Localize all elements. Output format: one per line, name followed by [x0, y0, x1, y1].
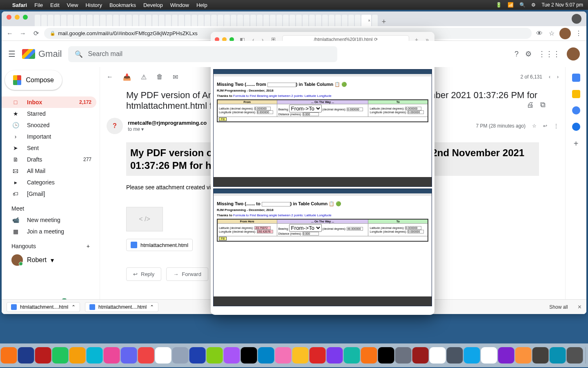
browser-tab[interactable]: [159, 15, 165, 26]
download-item[interactable]: htmlattachment....html ⌃: [85, 302, 158, 312]
browser-tab[interactable]: [348, 15, 354, 26]
close-downloads-icon[interactable]: ×: [578, 303, 581, 311]
reload-button[interactable]: ⟳: [31, 29, 41, 37]
sidebar-item-categories[interactable]: ▸Categories: [2, 177, 96, 188]
menu-file[interactable]: File: [34, 2, 43, 8]
menu-help[interactable]: Help: [196, 2, 207, 8]
chevron-up-icon[interactable]: ⌃: [150, 304, 154, 310]
browser-tab[interactable]: [218, 15, 223, 26]
user-avatar-icon[interactable]: [559, 28, 571, 39]
browser-tab[interactable]: [257, 15, 263, 26]
tasks-icon[interactable]: [572, 106, 580, 114]
browser-tab[interactable]: [263, 15, 269, 26]
browser-tab[interactable]: [133, 15, 138, 26]
add-addon-icon[interactable]: +: [572, 139, 580, 147]
menu-view[interactable]: View: [67, 2, 78, 8]
search-mail[interactable]: 🔍 Search mail: [68, 46, 337, 62]
to-input[interactable]: [262, 202, 290, 206]
browser-tab[interactable]: [322, 15, 328, 26]
browser-tab[interactable]: [126, 15, 132, 26]
browser-tab[interactable]: [205, 15, 210, 26]
fill-button[interactable]: Fill: [219, 237, 227, 240]
browser-tab[interactable]: [146, 15, 151, 26]
menu-history[interactable]: History: [85, 2, 102, 8]
archive-icon[interactable]: 📥: [123, 73, 131, 81]
menu-window[interactable]: Window: [170, 2, 189, 8]
browser-tab[interactable]: [198, 15, 204, 26]
dock-app-icon[interactable]: [447, 347, 463, 364]
dock-app-icon[interactable]: [69, 347, 86, 364]
fill-button[interactable]: Fill: [219, 117, 227, 121]
sidebar-item-drafts[interactable]: 🗎Drafts277: [2, 154, 96, 165]
support-icon[interactable]: ?: [514, 50, 519, 58]
show-all-downloads[interactable]: Show all: [549, 304, 568, 310]
open-new-icon[interactable]: ⧉: [540, 101, 546, 109]
sidebar-item-starred[interactable]: ★Starred: [2, 108, 96, 119]
browser-tab[interactable]: [178, 15, 184, 26]
contacts-icon[interactable]: [572, 123, 580, 131]
dock-app-icon[interactable]: [550, 347, 566, 364]
apps-grid-icon[interactable]: ⋮⋮⋮: [538, 49, 560, 58]
dock-app-icon[interactable]: [207, 347, 223, 364]
menu-edit[interactable]: Edit: [50, 2, 59, 8]
browser-tab[interactable]: [54, 15, 60, 26]
dock-app-icon[interactable]: [532, 347, 549, 364]
hangout-user[interactable]: Robert ▾: [2, 252, 100, 268]
attachment-preview-box[interactable]: < />: [126, 207, 163, 231]
browser-tab[interactable]: [231, 15, 236, 26]
dock-app-icon[interactable]: [35, 347, 51, 364]
dock-app-icon[interactable]: [121, 347, 137, 364]
browser-tab[interactable]: [361, 15, 371, 26]
browser-tab[interactable]: [48, 15, 53, 26]
print-icon[interactable]: 🖨: [527, 101, 534, 109]
dock-app-icon[interactable]: [241, 347, 257, 364]
minimize-window-button[interactable]: [15, 15, 20, 20]
spam-icon[interactable]: ⚠: [141, 73, 147, 81]
dock-app-icon[interactable]: [412, 347, 429, 364]
browser-tab[interactable]: [329, 15, 334, 26]
browser-tab[interactable]: [80, 15, 86, 26]
dock-app-icon[interactable]: [138, 347, 154, 364]
reply-icon[interactable]: ↩: [543, 123, 547, 129]
browser-tab[interactable]: [224, 15, 230, 26]
browser-tab[interactable]: [237, 15, 243, 26]
dock-app-icon[interactable]: [430, 347, 446, 364]
maximize-window-button[interactable]: [23, 15, 28, 20]
app-name[interactable]: Safari: [12, 2, 27, 8]
dock-app-icon[interactable]: [515, 347, 532, 364]
dock-app-icon[interactable]: [344, 347, 360, 364]
dock-app-icon[interactable]: [378, 347, 394, 364]
sidebar-item-gmail[interactable]: 🏷[Gmail]: [2, 188, 96, 200]
chevron-up-icon[interactable]: ⌃: [71, 304, 76, 310]
sidebar-item-sent[interactable]: ➤Sent: [2, 142, 96, 154]
browser-tab[interactable]: [185, 15, 191, 26]
browser-tab[interactable]: [165, 15, 171, 26]
browser-tab[interactable]: [139, 15, 145, 26]
next-mail-icon[interactable]: ›: [557, 74, 559, 80]
gmail-logo[interactable]: Gmail: [22, 49, 62, 59]
browser-tab[interactable]: [152, 15, 158, 26]
menu-bookmarks[interactable]: Bookmarks: [109, 2, 136, 8]
browser-tab[interactable]: [211, 15, 217, 26]
dock-app-icon[interactable]: [327, 347, 343, 364]
browser-tab[interactable]: [74, 15, 80, 26]
compose-button[interactable]: Compose: [5, 70, 62, 90]
add-hangout-icon[interactable]: +: [87, 243, 90, 249]
browser-tab[interactable]: [100, 15, 106, 26]
star-icon[interactable]: ☆: [532, 123, 537, 129]
new-tab-button[interactable]: +: [378, 18, 390, 26]
close-window-button[interactable]: [7, 15, 11, 20]
dock-app-icon[interactable]: [172, 347, 189, 364]
browser-tab[interactable]: [67, 15, 73, 26]
dock-app-icon[interactable]: [498, 347, 514, 364]
dock-app-icon[interactable]: [1, 347, 17, 364]
dock-app-icon[interactable]: [52, 347, 69, 364]
clock[interactable]: Tue 2 Nov 5:07 pm: [541, 2, 583, 8]
browser-tab[interactable]: [290, 15, 295, 26]
more-icon[interactable]: ⋮: [554, 123, 559, 129]
sidebar-item-allmail[interactable]: 🖂All Mail: [2, 165, 96, 177]
dock-app-icon[interactable]: [155, 347, 172, 364]
back-button[interactable]: ←: [5, 30, 15, 37]
browser-tab[interactable]: [192, 15, 197, 26]
browser-tab[interactable]: [270, 15, 276, 26]
